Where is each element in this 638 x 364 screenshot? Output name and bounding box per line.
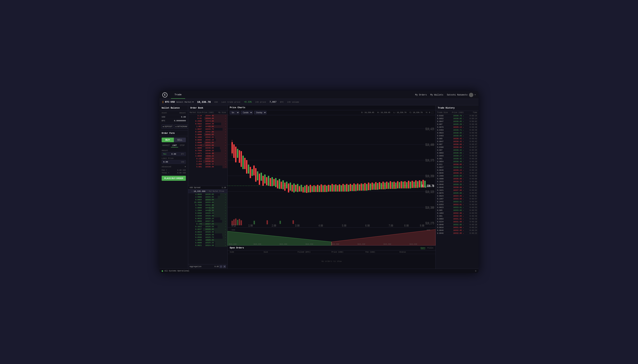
order-book-bid-row[interactable]: 3.000010331.00- [188,206,227,209]
order-book-bid-row[interactable]: 0.616810326.30- [188,234,227,236]
price-change: +0.33% [244,101,252,103]
order-book-bid-row[interactable]: 1.290410329.35- [188,209,227,212]
agg-increase-button[interactable]: + [223,265,226,268]
order-book-ask-row[interactable]: 2.000010341.95- [188,141,227,144]
user-menu[interactable]: Satoshi Nakamoto ▼ [447,93,476,97]
order-book-ask-row[interactable]: 1.000010340.65- [188,147,227,150]
order-book-ask-row[interactable]: 0.100010342.90- [188,130,227,133]
order-book-bid-row[interactable]: 3.026810329.00- [188,214,227,217]
svg-rect-97 [377,183,378,190]
usd-amount: 0.00 [181,116,186,118]
order-book-ask-row[interactable]: 1.00710344.00- [188,125,227,128]
agg-decrease-button[interactable]: − [220,265,222,268]
svg-rect-95 [373,184,375,190]
svg-rect-73 [333,185,335,192]
deposit-button[interactable]: ⊕ DEPOSIT [162,124,173,128]
order-book-bid-row[interactable]: 0.002110324.50- [188,244,227,247]
svg-rect-113 [406,182,407,188]
order-book-bid-row[interactable]: 4.004510335.05- [188,193,227,196]
sell-button[interactable]: SELL [174,138,186,142]
trade-history-row: 0.008310331.02 ↗9:48:43 [436,218,478,220]
svg-text:$10,275: $10,275 [425,221,434,225]
svg-rect-118 [415,180,416,188]
settings-icon[interactable]: ⚙ [475,270,476,272]
svg-rect-18 [233,144,235,158]
amount-input-display[interactable]: Max 0.00 BTC [162,152,186,156]
order-book-ask-row[interactable]: 0.0110344.40- [188,117,227,120]
app-logo[interactable]: C [162,92,167,98]
order-book-ask-row[interactable]: 0.13210337.35- [188,158,227,160]
order-book-ask-row[interactable]: 0.759910340.35- [188,150,227,152]
order-book-bid-row[interactable]: 0.10010327.25- [188,223,227,225]
main-screen: C Trade My Orders My Wallets Satoshi Nak… [160,91,478,273]
order-book-bid-row[interactable]: 0.001010328.15- [188,217,227,220]
trade-history-row: 0.046310336.71 ↗9:49:48 [436,129,478,132]
order-book-bid-row[interactable]: 0.759910332.90- [188,204,227,206]
order-book-ask-row[interactable]: 2.41410336.55- [188,160,227,163]
order-book-ask-row[interactable]: 0.068810342.15- [188,139,227,141]
order-book-ask-row[interactable]: 0.100010342.65- [188,136,227,139]
order-book-bid-row[interactable]: 0.099910329.25- [188,212,227,214]
depth-chart-svg: $10,180 $10,230 $10,280 $10,330 $10,380 … [228,228,435,246]
price-chart-svg: $10,425 $10,400 $10,375 $10,350 $10,336.… [228,115,435,228]
svg-rect-84 [353,184,355,191]
timeframe-select[interactable]: 5m 1m 15m 1h [230,111,239,114]
stop-tab[interactable]: STOP [179,144,186,148]
open-tab[interactable]: Open [421,247,425,249]
order-book-ask-row[interactable]: 2.000010342.85- [188,133,227,136]
svg-text:$10,300: $10,300 [425,206,434,210]
order-book-ask-row[interactable]: 0.610010341.80- [188,144,227,147]
place-order-button[interactable]: PLACE BUY ORDER [162,176,186,181]
order-book-bid-row[interactable]: 25.300010333.00- [188,201,227,204]
oo-filled-header: Filled (BTC) [298,251,332,253]
overlay-select[interactable]: Overlay [254,111,267,114]
svg-rect-89 [363,184,364,191]
svg-rect-64 [317,185,318,192]
order-book-bid-row[interactable]: 0.002310326.40- [188,231,227,234]
svg-rect-66 [321,184,322,192]
order-book-bid-row[interactable]: 0.003710326.45- [188,228,227,231]
open-orders-header: Open Orders Open Fills [228,246,435,250]
order-book-ask-row[interactable]: 1.004710343.75- [188,128,227,130]
limit-price-input-display[interactable]: 0.00 USD [162,160,186,164]
svg-rect-75 [337,185,338,192]
withdraw-button[interactable]: ⊖ WITHDRAW [174,124,188,128]
chart-expand-icon[interactable]: ⛶ [432,112,433,114]
trade-tab[interactable]: Trade [171,91,185,99]
order-book-ask-row[interactable]: 0.299910344.35- [188,120,227,122]
svg-rect-122 [423,180,424,188]
svg-rect-105 [392,182,393,189]
order-book-bid-row[interactable]: 1.000010327.95- [188,220,227,223]
chart-type-select[interactable]: Candle Line Bar [241,111,253,114]
svg-rect-107 [395,182,396,189]
order-book-bid-row[interactable]: 2.500010334.95- [188,196,227,198]
buy-button[interactable]: BUY [162,138,174,142]
svg-rect-132 [280,221,281,224]
order-book-ask-row[interactable]: 3.1410344.45- [188,114,227,117]
advanced-toggle[interactable]: Advanced ▼ [160,164,188,169]
order-book-bid-row[interactable]: 1.000010325.45- [188,239,227,242]
market-select[interactable]: Select Market ▼ [176,101,194,103]
order-book-ask-row[interactable]: 0.592210344.30- [188,122,227,125]
market-tab[interactable]: MARKET [162,144,171,148]
my-wallets-link[interactable]: My Wallets [430,94,443,96]
limit-tab[interactable]: LIMIT [171,144,178,148]
chart-title: Price Charts [230,106,245,109]
fills-tab[interactable]: Fills [427,247,433,249]
order-book-bid-row[interactable]: 6.000010325.25- [188,242,227,244]
svg-rect-121 [421,181,422,188]
svg-rect-35 [264,174,265,184]
order-book-bid-row[interactable]: 0.050010325.75- [188,236,227,239]
order-book-ask-row[interactable]: 3.000010339.25- [188,155,227,158]
svg-rect-133 [293,220,294,224]
order-book-ask-row[interactable]: 3.00010336.35- [188,163,227,166]
order-book-title: Order Book [188,105,227,111]
order-book-ask-row[interactable]: 5.60110336.30- [188,166,227,168]
max-link[interactable]: Max [163,153,167,155]
order-book-bid-row[interactable]: 0.102210326.50- [188,225,227,228]
my-orders-link[interactable]: My Orders [415,94,427,96]
order-book-ask-row[interactable]: 1.437110340.00- [188,152,227,155]
trade-history-row: 0.01110338.05 ↗9:49:20 [436,163,478,166]
order-book-bid-row[interactable]: 0.098410333.50- [188,198,227,201]
svg-rect-67 [322,185,324,192]
